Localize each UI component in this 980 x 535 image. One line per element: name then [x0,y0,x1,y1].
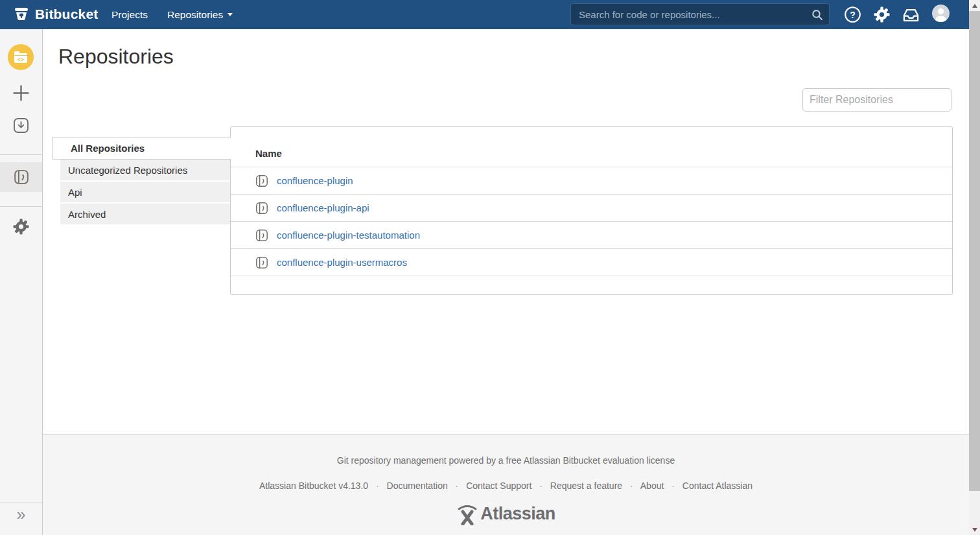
separator-dot: · [376,481,379,491]
scroll-up-button[interactable] [969,0,980,11]
separator-dot: · [671,481,675,491]
atlassian-charlie-icon [456,502,478,525]
sidebar-item-settings[interactable] [12,218,30,235]
create-button[interactable] [12,84,30,102]
repository-icon [255,229,268,242]
footer-link-contact-support[interactable]: Contact Support [466,481,531,491]
top-navigation-bar: Bitbucket Projects Repositories ? [0,0,980,29]
repository-icon [255,174,268,187]
repo-link[interactable]: confluence-plugin [277,175,353,186]
page-title: Repositories [58,45,174,69]
table-row[interactable]: confluence-plugin-testautomation [231,222,952,249]
user-avatar[interactable] [932,5,950,22]
table-row[interactable]: confluence-plugin-api [231,195,952,222]
sidebar-divider [0,206,42,207]
atlassian-logo: Atlassian [43,502,969,525]
nav-item-repositories[interactable]: Repositories [167,0,233,29]
filter-repositories-input[interactable] [802,88,951,112]
repo-link[interactable]: confluence-plugin-testautomation [277,230,420,241]
table-row[interactable]: confluence-plugin-usermacros [231,249,952,276]
sidebar-divider [0,154,42,155]
folder-code-icon: <> [13,50,29,64]
plus-icon [12,84,30,102]
footer-link-documentation[interactable]: Documentation [387,481,448,491]
repo-link[interactable]: confluence-plugin-api [277,202,369,213]
repository-icon [255,202,268,215]
category-uncategorized[interactable]: Uncategorized Repositories [60,160,230,180]
vertical-scrollbar[interactable] [969,0,980,535]
main-content: Repositories All Repositories Uncategori… [43,29,969,535]
nav-repositories-label: Repositories [167,0,223,29]
category-all-repositories[interactable]: All Repositories [52,137,231,160]
category-archived[interactable]: Archived [60,204,230,224]
expand-sidebar-button[interactable]: » [0,506,42,523]
license-text: Git repository management powered by a f… [43,435,969,466]
category-api[interactable]: Api [60,182,230,202]
chevron-down-icon [228,13,233,16]
footer-links-row: Atlassian Bitbucket v4.13.0 · Documentat… [43,481,969,491]
triangle-down-icon [972,528,977,532]
category-list: Uncategorized Repositories Api Archived [60,160,230,226]
repo-link[interactable]: confluence-plugin-usermacros [277,257,407,268]
global-search [570,3,830,25]
repository-icon [255,256,268,269]
triangle-up-icon [972,4,977,8]
bitbucket-logo[interactable]: Bitbucket [13,6,98,23]
atlassian-logo-text: Atlassian [480,504,555,524]
download-box-icon [13,117,29,134]
brand-name: Bitbucket [35,6,98,22]
table-row[interactable]: confluence-plugin [231,167,952,195]
footer-link-request-feature[interactable]: Request a feature [550,481,622,491]
version-text: Atlassian Bitbucket v4.13.0 [259,481,368,491]
svg-text:?: ? [850,10,856,20]
table-header-name: Name [231,127,952,167]
scrollbar-thumb[interactable] [969,11,980,491]
clone-button[interactable] [13,117,29,134]
scroll-down-button[interactable] [969,524,980,535]
search-input[interactable] [571,4,829,25]
bucket-icon [13,6,30,23]
repository-icon [14,169,29,185]
sidebar-divider [0,503,42,503]
svg-text:<>: <> [18,56,25,63]
repository-list-panel: Name confluence-plugin confluence-plugin… [230,126,953,295]
footer-link-contact-atlassian[interactable]: Contact Atlassian [682,481,752,491]
left-sidebar: <> [0,29,43,535]
page-footer: Git repository management powered by a f… [43,434,969,535]
separator-dot: · [539,481,542,491]
help-icon[interactable]: ? [844,6,861,23]
footer-link-about[interactable]: About [640,481,664,491]
separator-dot: · [630,481,633,491]
sidebar-item-repositories[interactable] [0,162,42,192]
inbox-icon[interactable] [902,6,920,24]
project-avatar[interactable]: <> [8,44,34,70]
gear-icon[interactable] [873,6,891,23]
search-icon[interactable] [811,8,824,21]
gear-icon [12,218,30,235]
nav-item-projects[interactable]: Projects [111,0,148,29]
separator-dot: · [456,481,459,491]
